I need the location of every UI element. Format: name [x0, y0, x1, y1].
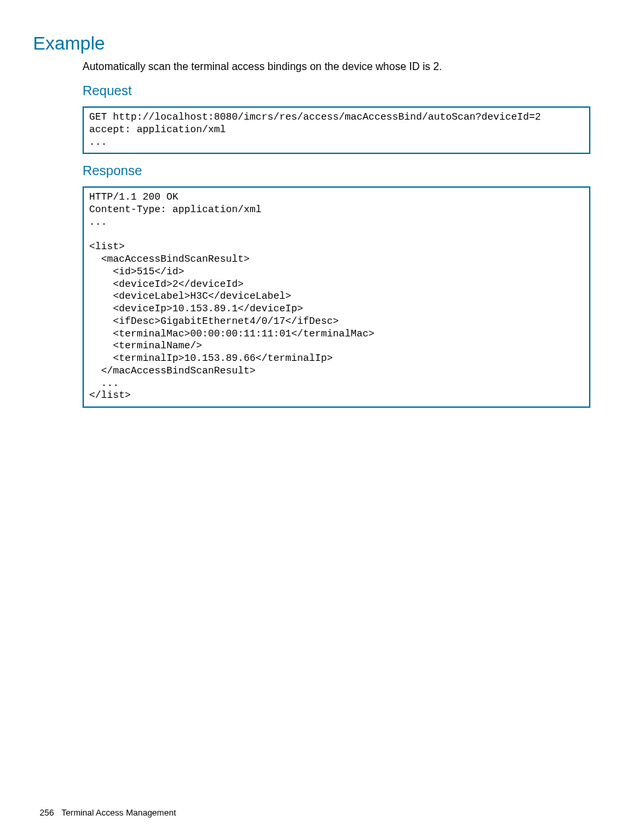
footer-section-title: Terminal Access Management — [61, 808, 176, 818]
heading-example: Example — [33, 33, 590, 54]
response-code-block: HTTP/1.1 200 OK Content-Type: applicatio… — [83, 186, 590, 408]
heading-response: Response — [83, 163, 590, 178]
request-code-block: GET http://localhost:8080/imcrs/res/acce… — [83, 106, 590, 154]
page-number: 256 — [40, 808, 54, 818]
intro-text: Automatically scan the terminal access b… — [83, 61, 590, 73]
page-container: Example Automatically scan the terminal … — [0, 0, 630, 840]
page-footer: 256 Terminal Access Management — [40, 808, 176, 818]
heading-request: Request — [83, 83, 590, 98]
